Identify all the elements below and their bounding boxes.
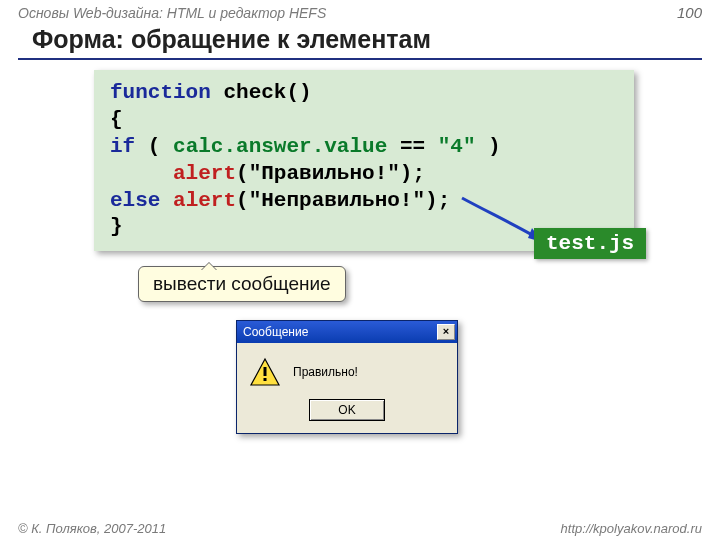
code-text: ) (476, 135, 501, 158)
slide-header: Основы Web-дизайна: HTML и редактор HEFS… (0, 0, 720, 23)
code-string: "4" (438, 135, 476, 158)
code-text: ( (135, 135, 173, 158)
slide-footer: © К. Поляков, 2007-2011 http://kpolyakov… (0, 521, 720, 536)
callout-bubble: вывести сообщение (138, 266, 346, 302)
course-title: Основы Web-дизайна: HTML и редактор HEFS (18, 5, 326, 21)
code-text (160, 189, 173, 212)
copyright: © К. Поляков, 2007-2011 (18, 521, 166, 536)
code-pad (110, 162, 173, 185)
svg-rect-3 (264, 378, 267, 381)
close-icon: × (443, 325, 449, 337)
code-text: } (110, 215, 123, 238)
slide-title: Форма: обращение к элементам (0, 23, 720, 58)
dialog-title: Сообщение (243, 325, 308, 339)
svg-rect-2 (264, 367, 267, 376)
dialog-titlebar: Сообщение × (237, 321, 457, 343)
code-block: function check() { if ( calc.answer.valu… (94, 70, 634, 251)
code-fn-alert: alert (173, 189, 236, 212)
callout-text: вывести сообщение (153, 273, 331, 294)
dialog-body: Правильно! (237, 343, 457, 395)
dialog-buttons: OK (237, 395, 457, 433)
code-fn-alert: alert (173, 162, 236, 185)
page-number: 100 (677, 4, 702, 21)
ok-label: OK (338, 403, 355, 417)
alert-dialog: Сообщение × Правильно! OK (236, 320, 458, 434)
footer-url: http://kpolyakov.narod.ru (561, 521, 702, 536)
code-text: check() (211, 81, 312, 104)
code-text: { (110, 108, 123, 131)
code-text: == (387, 135, 437, 158)
title-underline (18, 58, 702, 60)
warning-icon (249, 357, 281, 387)
filename-badge: test.js (534, 228, 646, 259)
code-text: ("Неправильно!"); (236, 189, 450, 212)
filename-text: test.js (546, 232, 634, 255)
code-expr: calc.answer.value (173, 135, 387, 158)
code-text: ("Правильно!"); (236, 162, 425, 185)
close-button[interactable]: × (437, 324, 455, 340)
code-kw-function: function (110, 81, 211, 104)
code-kw-else: else (110, 189, 160, 212)
dialog-message: Правильно! (293, 365, 358, 379)
ok-button[interactable]: OK (309, 399, 385, 421)
code-kw-if: if (110, 135, 135, 158)
